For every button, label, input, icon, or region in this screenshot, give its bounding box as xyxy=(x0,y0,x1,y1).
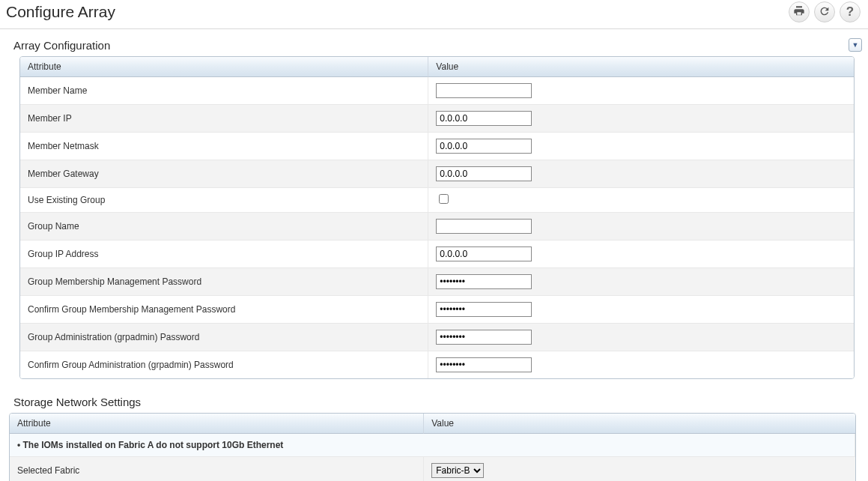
table-row: Member IP xyxy=(20,104,854,132)
member-netmask-input[interactable] xyxy=(436,139,532,154)
table-row: Group Membership Management Password xyxy=(20,267,854,295)
selected-fabric-select[interactable]: Fabric-B xyxy=(431,463,484,478)
group-membership-password-input[interactable] xyxy=(436,274,532,289)
attr-label: Confirm Group Membership Management Pass… xyxy=(20,295,428,323)
chevron-down-icon: ▼ xyxy=(852,41,859,49)
storage-network-section: Storage Network Settings Attribute Value… xyxy=(6,396,862,481)
column-header-attribute: Attribute xyxy=(20,57,428,77)
confirm-group-membership-password-input[interactable] xyxy=(436,302,532,317)
column-header-value: Value xyxy=(428,57,854,77)
array-configuration-section: Array Configuration ▼ Attribute Value Me… xyxy=(6,38,862,379)
attr-label: Group Membership Management Password xyxy=(20,267,428,295)
table-row: Selected Fabric Fabric-B xyxy=(10,456,855,481)
fabric-note-text: • The IOMs installed on Fabric A do not … xyxy=(17,440,283,450)
table-row: Member Gateway xyxy=(20,160,854,187)
refresh-button[interactable] xyxy=(814,1,835,22)
array-config-table: Attribute Value Member Name Member IP Me… xyxy=(19,56,855,379)
print-button[interactable] xyxy=(789,1,810,22)
table-row: Member Netmask xyxy=(20,132,854,160)
member-gateway-input[interactable] xyxy=(436,166,532,181)
table-row: Use Existing Group xyxy=(20,187,854,212)
attr-label: Confirm Group Administration (grpadmin) … xyxy=(20,351,428,378)
page-title: Configure Array xyxy=(6,1,115,21)
print-icon xyxy=(793,5,805,19)
attr-label: Member IP xyxy=(20,104,428,132)
use-existing-group-checkbox[interactable] xyxy=(439,194,449,204)
attr-label: Selected Fabric xyxy=(10,456,424,481)
attr-label: Group Name xyxy=(20,212,428,240)
attr-label: Member Netmask xyxy=(20,132,428,160)
attr-label: Member Gateway xyxy=(20,160,428,187)
table-row: Group Administration (grpadmin) Password xyxy=(20,323,854,351)
table-row: Member Name xyxy=(20,77,854,104)
column-header-attribute: Attribute xyxy=(10,414,424,434)
refresh-icon xyxy=(819,5,831,19)
storage-network-table: Attribute Value • The IOMs installed on … xyxy=(9,413,856,481)
attr-label: Group Administration (grpadmin) Password xyxy=(20,323,428,351)
group-name-input[interactable] xyxy=(436,219,532,234)
attr-label: Group IP Address xyxy=(20,240,428,267)
expand-collapse-button[interactable]: ▼ xyxy=(849,38,862,52)
member-ip-input[interactable] xyxy=(436,111,532,126)
group-admin-password-input[interactable] xyxy=(436,330,532,345)
member-name-input[interactable] xyxy=(436,83,532,98)
table-row: Confirm Group Membership Management Pass… xyxy=(20,295,854,323)
help-icon: ? xyxy=(846,4,854,19)
table-row: Group IP Address xyxy=(20,240,854,267)
table-row: Group Name xyxy=(20,212,854,240)
help-button[interactable]: ? xyxy=(840,1,861,22)
group-ip-input[interactable] xyxy=(436,246,532,261)
table-row-note: • The IOMs installed on Fabric A do not … xyxy=(10,434,855,456)
section-title-storage-network: Storage Network Settings xyxy=(13,396,141,408)
column-header-value: Value xyxy=(424,414,855,434)
attr-label: Member Name xyxy=(20,77,428,104)
confirm-group-admin-password-input[interactable] xyxy=(436,357,532,372)
attr-label: Use Existing Group xyxy=(20,187,428,212)
section-title-array-config: Array Configuration xyxy=(13,39,110,52)
table-row: Confirm Group Administration (grpadmin) … xyxy=(20,351,854,378)
toolbar: ? xyxy=(789,1,861,22)
